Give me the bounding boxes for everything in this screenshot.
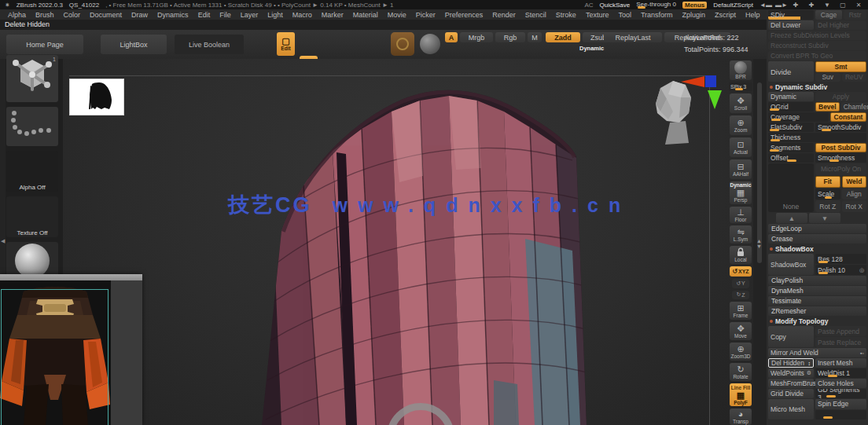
- post-subdiv-toggle[interactable]: Post SubDiv: [815, 143, 866, 152]
- right-tray-divider[interactable]: ▲▼: [753, 59, 767, 425]
- smt-toggle[interactable]: Smt: [815, 61, 866, 72]
- divide-button[interactable]: Divide: [768, 61, 814, 82]
- minimize-button[interactable]: ▼: [822, 2, 832, 9]
- home-page-button[interactable]: Home Page: [6, 35, 83, 54]
- persp-button[interactable]: Dynamic ▦ Persp: [730, 181, 752, 204]
- paste-replace-button[interactable]: Paste Replace: [815, 337, 866, 347]
- coverage-slider[interactable]: Coverage: [768, 112, 829, 122]
- menu-item[interactable]: Stroke: [553, 11, 579, 19]
- material-preview-sphere[interactable]: [420, 34, 440, 54]
- micropoly-selector[interactable]: MicroPoly On: [815, 163, 866, 175]
- floor-button[interactable]: ⊥ Floor: [730, 207, 752, 223]
- current-stroke-dots[interactable]: Dots: [6, 107, 58, 146]
- del-lower-button[interactable]: Del Lower: [768, 20, 814, 30]
- fit-toggle[interactable]: Fit: [815, 176, 840, 188]
- shadowbox-header[interactable]: ShadowBox: [768, 244, 866, 253]
- tessimate-section[interactable]: Tessimate: [768, 296, 866, 306]
- rotation-mode-y-button[interactable]: ↺Y: [732, 279, 749, 288]
- live-boolean-button[interactable]: Live Boolean: [175, 35, 244, 54]
- qgrid-preview-box[interactable]: None: [768, 163, 814, 212]
- menu-item[interactable]: Dynamics: [154, 11, 192, 19]
- current-alpha-off[interactable]: Alpha Off: [6, 151, 58, 192]
- transparency-button[interactable]: ◕ Transp: [730, 409, 752, 425]
- zoom-3d-button[interactable]: ⊕ Zoom3D: [730, 343, 752, 361]
- menu-item[interactable]: Movie: [384, 11, 410, 19]
- ui-layout-next-icon[interactable]: ▬►: [775, 2, 785, 9]
- apply-button[interactable]: Apply: [815, 92, 866, 101]
- menu-item[interactable]: Layer: [237, 11, 262, 19]
- zoom-button[interactable]: ⊕ Zoom: [730, 115, 752, 135]
- crease-section[interactable]: Crease: [768, 234, 866, 244]
- see-through-nub[interactable]: [638, 6, 645, 9]
- rotation-mode-xyz-button[interactable]: ↺XYZ: [730, 266, 752, 277]
- menu-item[interactable]: Zplugin: [679, 11, 709, 19]
- close-holes-button[interactable]: Close Holes: [815, 379, 866, 388]
- edgeloop-section[interactable]: EdgeLoop: [768, 224, 866, 233]
- menu-item[interactable]: Macro: [289, 11, 315, 19]
- mrgb-button[interactable]: Mrgb: [460, 32, 493, 42]
- qgrid-slider[interactable]: QGrid: [768, 102, 814, 112]
- menu-item[interactable]: Brush: [32, 11, 57, 19]
- anchor-a-button[interactable]: A: [445, 32, 458, 42]
- zadd-button[interactable]: Zadd: [546, 32, 580, 42]
- reference-image-window[interactable]: [0, 274, 142, 425]
- menu-item[interactable]: File: [216, 11, 234, 19]
- thickness-slider[interactable]: Thickness: [768, 133, 866, 142]
- suv-toggle[interactable]: Suv: [815, 73, 840, 82]
- local-pivot-button[interactable]: Local: [730, 246, 752, 264]
- micropoly-prev-arrow[interactable]: ▲: [776, 213, 807, 223]
- welddist-slider[interactable]: WeldDist 1: [815, 368, 866, 378]
- menu-item[interactable]: Draw: [128, 11, 151, 19]
- shadowbox-polish-slider[interactable]: Polish 10 ◎: [815, 265, 866, 275]
- menu-item[interactable]: Color: [61, 11, 84, 19]
- canvas-viewport[interactable]: 技艺CG www.qdnxxfb.cn: [63, 59, 753, 425]
- dynamic-drawsize-toggle[interactable]: Dynamic: [579, 45, 604, 52]
- menu-item[interactable]: Alpha: [5, 11, 29, 19]
- sdiv-slider[interactable]: SDiv: [768, 10, 814, 20]
- spix-slider[interactable]: SPix 3: [729, 82, 752, 92]
- menu-item[interactable]: Stencil: [522, 11, 550, 19]
- menu-item[interactable]: Document: [86, 11, 125, 19]
- polyframe-button[interactable]: Line Fill ▦ PolyF: [730, 383, 752, 406]
- dynamesh-section[interactable]: DynaMesh: [768, 286, 866, 295]
- restore-button[interactable]: ▢: [838, 2, 848, 9]
- paste-append-button[interactable]: Paste Append: [815, 326, 866, 336]
- grid-divide-button[interactable]: Grid Divide: [768, 389, 814, 398]
- reuv-button[interactable]: ReUV: [842, 73, 867, 82]
- left-tray-divider[interactable]: ◀: [0, 59, 6, 274]
- hand-config-right-icon[interactable]: ✚: [807, 2, 816, 9]
- polish-mode-icon[interactable]: ◎: [859, 267, 864, 273]
- menu-item[interactable]: Zscript: [712, 11, 739, 19]
- dynamic-subdiv-header[interactable]: Dynamic Subdiv: [768, 82, 866, 91]
- menus-toggle-button[interactable]: Menus: [682, 2, 707, 9]
- copy-button[interactable]: Copy: [768, 326, 814, 347]
- spin-edge-button[interactable]: Spin Edge: [815, 399, 866, 409]
- bevel-toggle[interactable]: Bevel: [815, 102, 840, 112]
- hand-config-left-icon[interactable]: ✚: [791, 2, 800, 9]
- quicksave-button[interactable]: QuickSave: [600, 2, 631, 9]
- menu-item[interactable]: Help: [742, 11, 763, 19]
- reconstruct-subdiv-button[interactable]: Reconstruct Subdiv: [768, 41, 866, 50]
- menu-item[interactable]: Light: [264, 11, 286, 19]
- mirror-and-weld-button[interactable]: Mirror And Weld ▪▫: [768, 348, 866, 357]
- local-symmetry-button[interactable]: ⇋ L.Sym: [730, 225, 752, 244]
- weld-toggle[interactable]: Weld: [842, 176, 867, 188]
- claypolish-section[interactable]: ClayPolish: [768, 276, 866, 285]
- menu-item[interactable]: Material: [350, 11, 381, 19]
- menu-item[interactable]: Transform: [638, 11, 676, 19]
- zremesher-section[interactable]: ZRemesher: [768, 306, 866, 316]
- move-3d-button[interactable]: ✥ Move: [730, 322, 752, 340]
- replay-last-button[interactable]: ReplayLast: [604, 32, 662, 42]
- menu-item[interactable]: Edit: [195, 11, 214, 19]
- shadowbox-res-slider[interactable]: Res 128: [815, 254, 866, 264]
- menu-item[interactable]: Render: [489, 11, 519, 19]
- frame-button[interactable]: ⊞ Frame: [730, 302, 752, 320]
- m-button[interactable]: M: [528, 32, 542, 42]
- flatsubdiv-slider[interactable]: FlatSubdiv: [768, 123, 814, 132]
- menu-item[interactable]: Marker: [318, 11, 347, 19]
- rotate-3d-button[interactable]: ↻ Rotate: [730, 363, 752, 381]
- constant-toggle[interactable]: Constant: [830, 112, 866, 122]
- del-higher-button[interactable]: Del Higher: [815, 20, 866, 30]
- del-hidden-button[interactable]: Del Hidden ↕: [768, 358, 814, 368]
- weldpoints-gear-icon[interactable]: ⚙: [807, 370, 811, 376]
